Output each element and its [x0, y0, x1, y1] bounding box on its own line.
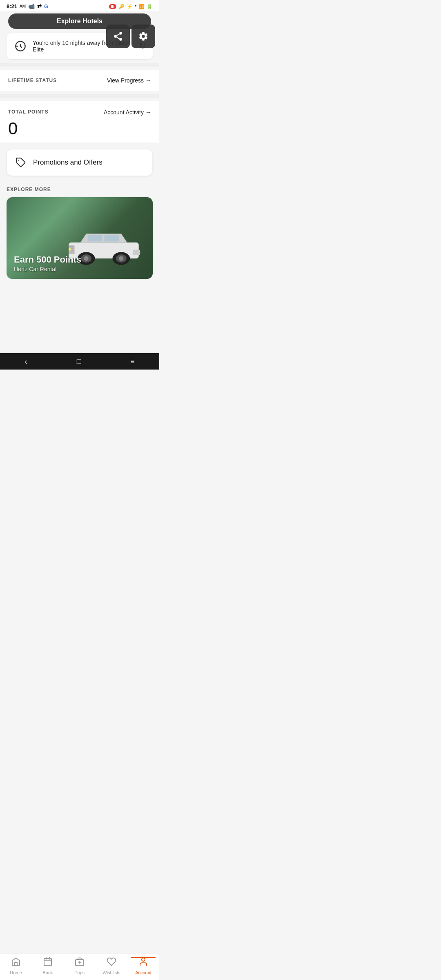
explore-more-section: EXPLORE MORE [0, 180, 159, 279]
view-progress-link[interactable]: View Progress → [107, 77, 151, 84]
section-divider-1 [0, 63, 159, 67]
promotions-btn-label: Promotions and Offers [33, 158, 102, 167]
home-button[interactable]: □ [77, 357, 81, 366]
promotions-button[interactable]: Promotions and Offers [7, 149, 153, 176]
car-card-background: Earn 500 Points Hertz Car Rental [7, 197, 153, 279]
toolbar-popup [106, 24, 155, 48]
wifi-icon: 📶 [138, 4, 145, 9]
recording-badge [109, 4, 116, 9]
battery-icon: 🔋 [147, 4, 153, 9]
hertz-promo-card[interactable]: Earn 500 Points Hertz Car Rental [7, 197, 153, 279]
menu-button[interactable]: ≡ [130, 357, 135, 366]
settings-button[interactable] [131, 24, 155, 48]
svg-line-6 [116, 34, 119, 36]
svg-point-21 [119, 256, 123, 261]
status-time: 8:21 AM 📹 ⇄ G [7, 3, 48, 9]
total-points-label: TOTAL POINTS [8, 109, 49, 115]
system-nav-bar: ‹ □ ≡ [0, 353, 159, 370]
account-activity-link[interactable]: Account Activity → [104, 109, 151, 116]
svg-rect-11 [104, 235, 119, 242]
points-row: TOTAL POINTS Account Activity → [8, 109, 151, 116]
lifetime-status-section: LIFETIME STATUS View Progress → [0, 70, 159, 91]
lifetime-status-row: LIFETIME STATUS View Progress → [8, 77, 151, 84]
svg-line-5 [116, 37, 119, 39]
svg-rect-22 [133, 250, 140, 255]
status-bar: 8:21 AM 📹 ⇄ G 🔑 ⚡ * 📶 🔋 [0, 0, 159, 11]
network-icon: * [135, 4, 136, 9]
video-call-icon: 📹 [28, 3, 35, 9]
car-promo-subtitle: Hertz Car Rental [14, 266, 81, 272]
svg-point-2 [119, 32, 122, 35]
promotions-icon [15, 157, 27, 168]
section-divider-2 [0, 94, 159, 98]
g-icon: G [44, 3, 48, 9]
route-icon: ⇄ [37, 3, 42, 9]
key-icon: 🔑 [118, 4, 125, 9]
gear-icon [138, 31, 149, 42]
car-text-overlay: Earn 500 Points Hertz Car Rental [7, 248, 89, 279]
svg-point-3 [114, 35, 117, 38]
svg-rect-10 [88, 235, 102, 242]
lifetime-status-label: LIFETIME STATUS [8, 78, 57, 83]
svg-rect-0 [111, 5, 114, 8]
back-button[interactable]: ‹ [24, 357, 27, 366]
svg-marker-1 [114, 6, 114, 7]
svg-point-4 [119, 38, 122, 41]
points-value: 0 [8, 119, 151, 138]
status-icons: 🔑 ⚡ * 📶 🔋 [109, 4, 153, 9]
share-icon [113, 31, 123, 42]
bottom-spacer [0, 279, 159, 324]
promo-card-icon [13, 39, 28, 53]
total-points-section: TOTAL POINTS Account Activity → 0 [0, 101, 159, 143]
explore-more-heading: EXPLORE MORE [7, 187, 153, 192]
bluetooth-icon: ⚡ [127, 4, 133, 9]
car-promo-title: Earn 500 Points [14, 254, 81, 265]
share-button[interactable] [106, 24, 130, 48]
